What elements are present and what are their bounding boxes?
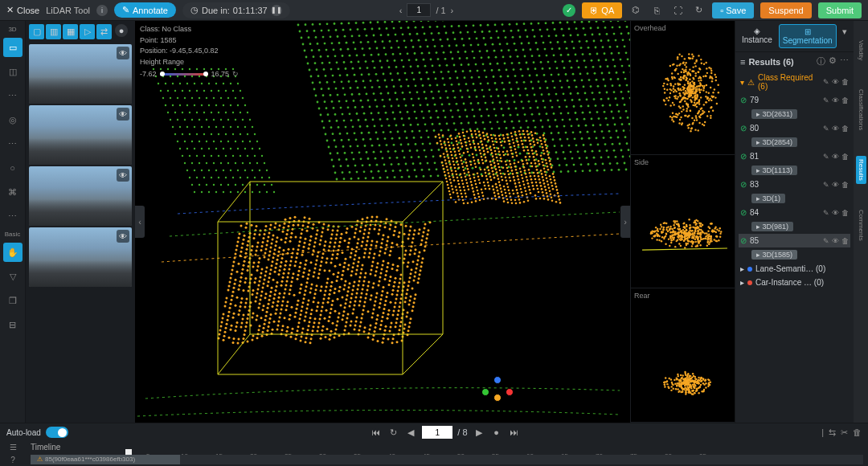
eye-icon[interactable]: 👁 [117,230,129,243]
play-icon[interactable]: ● [490,426,503,439]
overhead-view[interactable]: Overhead [631,21,735,155]
bug-icon[interactable]: ⌬ [628,3,643,18]
info-icon[interactable]: i [96,5,108,16]
rail-comments[interactable]: Comments [856,206,866,244]
auto-load-toggle[interactable]: Auto-load [6,427,68,438]
help-icon[interactable]: ? [10,456,15,464]
next-page-icon[interactable]: › [451,6,454,15]
main-3d-view[interactable]: Class: No Class Point: 1585 Position: -9… [135,21,630,423]
annotate-button[interactable]: ✎ Annotate [114,2,176,18]
edit-icon[interactable]: ✎ [823,237,829,245]
eye-icon[interactable]: 👁 [832,237,839,245]
side-view[interactable]: Side [631,155,735,289]
prev-frame-icon[interactable]: ◀ [404,426,417,439]
adjust-icon[interactable]: ⇆ [829,427,836,438]
tool-cube[interactable]: ◫ [3,62,23,81]
tool-circle[interactable]: ○ [3,158,23,178]
more-icon[interactable]: ⋯ [840,55,849,67]
next-frame-icon[interactable]: ▶ [473,426,485,439]
tree-item-83[interactable]: ⊘ 83 ✎👁🗑 [739,178,850,191]
collapse-thumbs-handle[interactable]: ‹ [135,206,145,238]
height-range-slider[interactable]: -7.62 16.75 ↻ [140,69,239,80]
tool-link[interactable]: ⌘ [3,182,23,202]
edit-icon[interactable]: ✎ [823,181,829,189]
page-input[interactable] [407,3,431,17]
tree-item-85[interactable]: ⊘ 85 ✎👁🗑 [739,234,850,247]
tree-tag-79[interactable]: ▸ 3D(2631) [739,107,850,121]
tree-class-required[interactable]: ▾ ⚠ Class Required (6) ✎👁🗑 [739,71,850,93]
timeline-track[interactable]: ⚠ 85(90f0eaa61***c03986efb303) [31,455,863,464]
timeline-main[interactable]: Timeline 5101520253035404550556065707580… [26,441,868,466]
frame-input[interactable] [422,426,452,439]
tool-target[interactable]: ◎ [3,110,23,129]
refresh-icon[interactable]: ↻ [691,3,706,18]
eye-icon[interactable]: 👁 [117,47,129,59]
reset-icon[interactable]: ↻ [232,69,239,80]
delete-icon[interactable]: 🗑 [841,78,849,86]
rail-classifications[interactable]: Classifications [856,86,866,133]
view-record-icon[interactable]: ● [115,24,128,37]
forward-icon[interactable]: ⏭ [508,426,521,439]
rail-validity[interactable]: Validity [856,37,866,63]
edit-icon[interactable]: ✎ [823,78,829,86]
edit-icon[interactable]: ✎ [823,209,829,217]
edit-icon[interactable]: ✎ [823,153,829,161]
axis-gizmo[interactable] [481,376,514,408]
tree-item-84[interactable]: ⊘ 84 ✎👁🗑 [739,206,850,219]
camera-thumb-2[interactable]: 👁 [29,105,132,165]
eye-icon[interactable]: 👁 [117,108,129,121]
tree-tag-84[interactable]: ▸ 3D(981) [739,219,850,234]
close-button[interactable]: ✕ Close [6,5,39,15]
tree-item-79[interactable]: ⊘ 79 ✎👁🗑 [739,93,850,107]
tree-lane[interactable]: ▸ Lane-Semanti… (0) [739,262,850,276]
tool-pointer[interactable]: ▭ [3,38,23,57]
collapse-side-handle[interactable]: › [620,206,630,238]
pause-icon[interactable]: ❚❚ [271,5,282,16]
view-swap-icon[interactable]: ⇄ [96,24,112,39]
tree-item-81[interactable]: ⊘ 81 ✎👁🗑 [739,149,850,163]
cut-icon[interactable]: ✂ [841,427,848,438]
split-icon[interactable]: | [821,427,824,438]
eye-icon[interactable]: 👁 [832,78,839,86]
suspend-button[interactable]: Suspend [760,2,811,18]
rewind-icon[interactable]: ⏮ [369,426,382,439]
tool-filter[interactable]: ▽ [3,267,23,286]
tab-instance[interactable]: ◈ Instance [739,24,776,48]
camera-thumb-4[interactable]: 👁 [29,227,132,287]
camera-thumb-3[interactable]: 👁 [29,166,132,226]
loop-icon[interactable]: ↻ [387,426,399,439]
tool-more3[interactable]: ⋯ [3,206,23,226]
tree-tag-81[interactable]: ▸ 3D(1113) [739,163,850,178]
tool-hand[interactable]: ✋ [3,243,23,262]
tool-more2[interactable]: ⋯ [3,134,23,153]
rail-results[interactable]: Results [856,156,866,184]
submit-button[interactable]: Submit [818,2,862,18]
edit-icon[interactable]: ✎ [823,96,829,104]
tree-tag-83[interactable]: ▸ 3D(1) [739,191,850,206]
eye-icon[interactable]: 👁 [832,181,839,189]
delete-icon[interactable]: 🗑 [841,181,849,189]
view-single-icon[interactable]: ▢ [29,24,44,39]
tree-tag-80[interactable]: ▸ 3D(2854) [739,135,850,149]
view-play-icon[interactable]: ▷ [80,24,95,39]
delete-icon[interactable]: 🗑 [841,237,849,245]
eye-icon[interactable]: 👁 [832,209,839,217]
delete-icon[interactable]: 🗑 [841,96,849,104]
delete-icon[interactable]: 🗑 [841,125,849,133]
tool-layers[interactable]: ❒ [3,291,23,310]
tool-more[interactable]: ⋯ [3,86,23,105]
eye-icon[interactable]: 👁 [832,96,839,104]
delete-icon[interactable]: 🗑 [841,209,849,217]
rear-view[interactable]: Rear [631,288,735,423]
view-grid2-icon[interactable]: ▥ [46,24,61,39]
eye-icon[interactable]: 👁 [117,169,129,182]
tree-tag-85[interactable]: ▸ 3D(1585) [739,247,850,262]
save-button[interactable]: ▫ Save [712,2,754,18]
prev-page-icon[interactable]: ‹ [399,6,403,15]
tool-align[interactable]: ⊟ [3,315,23,334]
qa-button[interactable]: ⛨ QA [582,2,622,18]
filter-icon[interactable]: ▾ [840,24,850,39]
list-icon[interactable]: ☰ [10,443,17,452]
eye-icon[interactable]: 👁 [832,153,839,161]
settings-icon[interactable]: ⚙ [829,55,837,67]
